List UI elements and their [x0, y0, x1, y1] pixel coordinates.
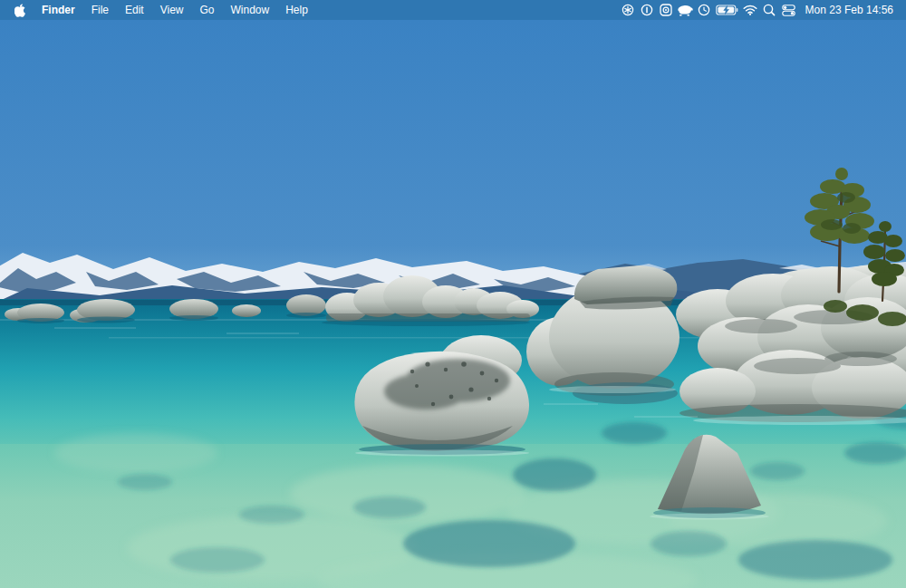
menu-bar-clock[interactable]: Mon 23 Feb 14:56: [798, 4, 899, 16]
menu-window[interactable]: Window: [223, 0, 278, 20]
foreground-boulder: [354, 352, 529, 457]
sky: [0, 20, 906, 303]
elephant-icon[interactable]: [676, 0, 695, 20]
menu-bar: Finder File Edit View Go Window Help: [0, 0, 906, 20]
menu-go[interactable]: Go: [192, 0, 223, 20]
macos-desktop: Finder File Edit View Go Window Help: [0, 0, 906, 588]
history-clock-icon[interactable]: [695, 0, 714, 20]
menu-bar-left: Finder File Edit View Go Window Help: [0, 0, 316, 20]
menu-help[interactable]: Help: [277, 0, 316, 20]
menu-bar-status: Mon 23 Feb 14:56: [619, 0, 906, 20]
wifi-icon[interactable]: [741, 0, 760, 20]
apple-icon: [14, 4, 26, 17]
menu-file[interactable]: File: [83, 0, 117, 20]
battery-charging-icon[interactable]: [714, 0, 741, 20]
spotlight-search-icon[interactable]: [760, 0, 779, 20]
pinwheel-icon[interactable]: [619, 0, 638, 20]
control-center-icon[interactable]: [779, 0, 798, 20]
menu-finder[interactable]: Finder: [34, 0, 83, 20]
circle-bar-icon[interactable]: [638, 0, 657, 20]
menu-view[interactable]: View: [152, 0, 192, 20]
menu-edit[interactable]: Edit: [117, 0, 152, 20]
desktop-wallpaper: [0, 20, 906, 588]
apple-menu[interactable]: [9, 0, 34, 20]
aperture-square-icon[interactable]: [657, 0, 676, 20]
